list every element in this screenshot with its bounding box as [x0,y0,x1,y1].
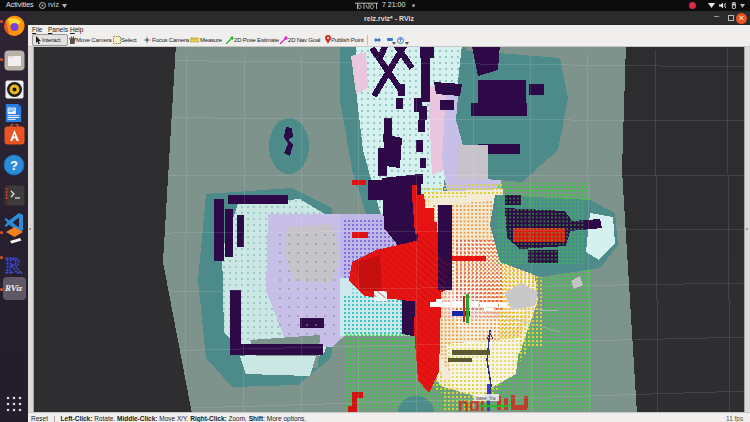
svg-text:?: ? [10,158,18,173]
svg-text:base_fra: base_fra [476,395,496,401]
svg-text:R: R [5,253,22,276]
